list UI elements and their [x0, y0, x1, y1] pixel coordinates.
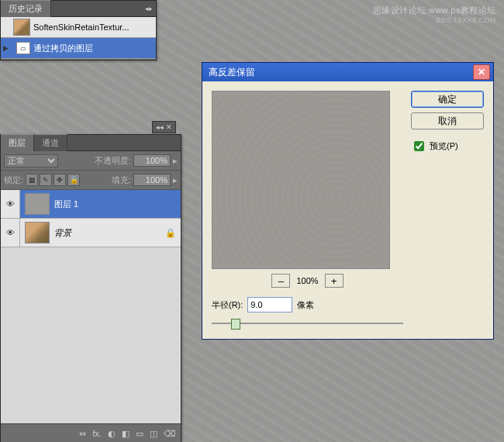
panel-collapse-icon[interactable]: ◂▸	[145, 5, 153, 12]
radius-input[interactable]	[247, 297, 292, 313]
lock-position-icon[interactable]: ✥	[54, 174, 66, 186]
radius-slider[interactable]	[212, 317, 403, 330]
dialog-buttons: 确定 取消 预览(P)	[411, 91, 484, 330]
group-icon[interactable]: ▭	[136, 429, 143, 439]
layer-row[interactable]: 👁 图层 1	[1, 190, 181, 219]
radius-label: 半径(R):	[212, 299, 243, 311]
fill-label: 填充:	[112, 174, 131, 186]
new-layer-icon[interactable]: ◫	[150, 429, 157, 439]
layer-thumb	[25, 193, 50, 215]
layers-tabbar: 图层 通道	[1, 135, 181, 151]
layer-lock-icon: 🔒	[165, 228, 181, 238]
lock-icons: ▦ ✎ ✥ 🔒	[26, 174, 80, 186]
preview-checkbox[interactable]	[414, 141, 424, 151]
chevron-down-icon[interactable]: ▸	[173, 175, 178, 185]
mask-icon[interactable]: ◐	[108, 429, 116, 439]
dialog-body: – 100% + 半径(R): 像素 确定 取消 预览(P)	[202, 81, 493, 339]
slider-thumb[interactable]	[231, 319, 240, 330]
opacity-value[interactable]: 100%	[133, 154, 171, 167]
panel-dock-icon[interactable]: ◂◂ ✕	[152, 121, 176, 133]
layer-thumb	[25, 222, 50, 243]
layer-list: 👁 图层 1 👁 背景 🔒	[1, 190, 181, 423]
zoom-out-button[interactable]: –	[271, 274, 290, 288]
tab-layers[interactable]: 图层	[1, 134, 34, 151]
tab-channels[interactable]: 通道	[34, 134, 67, 151]
opacity-label: 不透明度:	[95, 155, 131, 167]
history-pointer-icon: ▶	[1, 44, 10, 52]
high-pass-dialog: 高反差保留 ✕ – 100% + 半径(R): 像素 确定 取消	[202, 62, 494, 340]
layer-footer: ⇔ fx. ◐ ◧ ▭ ◫ ⌫	[1, 423, 181, 442]
dialog-title: 高反差保留	[209, 66, 255, 79]
ok-button[interactable]: 确定	[411, 91, 484, 108]
dialog-titlebar[interactable]: 高反差保留 ✕	[202, 63, 493, 81]
history-panel: 历史记录 ◂▸ SoftenSkinRetainTextur... ▶ ▭ 通过…	[0, 0, 157, 60]
preview-checkbox-row[interactable]: 预览(P)	[411, 139, 484, 154]
link-layers-icon[interactable]: ⇔	[79, 429, 86, 439]
preview-checkbox-label: 预览(P)	[430, 140, 458, 152]
layer-name[interactable]: 图层 1	[54, 199, 165, 210]
lock-row: 锁定: ▦ ✎ ✥ 🔒 填充: 100% ▸	[1, 171, 181, 190]
cancel-button[interactable]: 取消	[411, 112, 484, 129]
fx-icon[interactable]: fx.	[92, 429, 102, 438]
zoom-controls: – 100% +	[212, 274, 403, 288]
visibility-icon[interactable]: 👁	[1, 190, 20, 218]
layer-row[interactable]: 👁 背景 🔒	[1, 219, 181, 247]
chevron-down-icon[interactable]: ▸	[173, 156, 178, 166]
lock-all-icon[interactable]: 🔒	[67, 174, 80, 186]
lock-paint-icon[interactable]: ✎	[40, 174, 52, 186]
radius-row: 半径(R): 像素	[212, 297, 403, 313]
slider-track	[212, 323, 403, 324]
layers-panel: ◂◂ ✕ 图层 通道 正常 不透明度: 100% ▸ 锁定: ▦ ✎ ✥ 🔒 填…	[0, 134, 181, 442]
adjustment-icon[interactable]: ◧	[122, 429, 129, 439]
zoom-in-button[interactable]: +	[325, 274, 343, 288]
history-tabbar: 历史记录 ◂▸	[1, 1, 156, 17]
close-icon[interactable]: ✕	[473, 64, 490, 80]
radius-unit: 像素	[297, 299, 314, 311]
fill-value[interactable]: 100%	[133, 174, 171, 186]
preview-image[interactable]	[212, 91, 390, 269]
history-label: 通过拷贝的图层	[33, 43, 93, 54]
visibility-icon[interactable]: 👁	[1, 219, 20, 247]
zoom-value: 100%	[296, 276, 318, 285]
tab-history[interactable]: 历史记录	[1, 0, 51, 17]
lock-label: 锁定:	[4, 174, 23, 186]
lock-transparency-icon[interactable]: ▦	[26, 174, 38, 186]
history-row[interactable]: ▶ ▭ 通过拷贝的图层	[1, 38, 156, 59]
blend-mode-select[interactable]: 正常	[4, 154, 58, 167]
layer-copy-icon: ▭	[16, 42, 30, 54]
history-label: SoftenSkinRetainTextur...	[33, 22, 129, 32]
history-row[interactable]: SoftenSkinRetainTextur...	[1, 17, 156, 38]
history-thumb	[13, 19, 30, 36]
delete-icon[interactable]: ⌫	[164, 429, 176, 439]
layer-name[interactable]: 背景	[54, 227, 165, 239]
blend-row: 正常 不透明度: 100% ▸	[1, 151, 181, 171]
watermark: 思缘设计论坛 www.ps教程论坛 BBS.16XX8.COM	[373, 5, 496, 24]
preview-area: – 100% + 半径(R): 像素	[212, 91, 403, 330]
